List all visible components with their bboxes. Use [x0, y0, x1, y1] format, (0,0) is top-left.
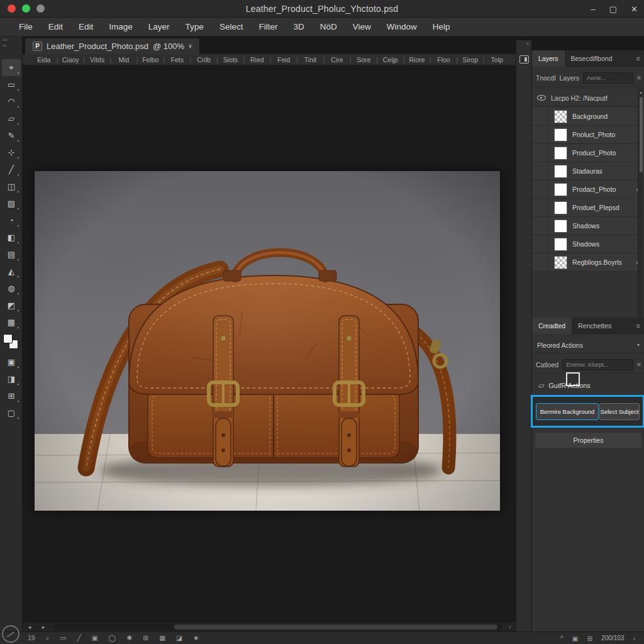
layer-row[interactable]: Shadows	[532, 217, 644, 235]
menu-nod[interactable]: NöD	[320, 22, 337, 31]
layer-row[interactable]: Background	[532, 108, 644, 126]
layers-scroll-thumb[interactable]	[640, 97, 643, 172]
layer-row[interactable]: Product_Photo	[532, 144, 644, 162]
shape-tool-icon[interactable]: ◩	[2, 297, 21, 314]
status-icon[interactable]: ⊞	[143, 634, 148, 642]
canvas-pasteboard[interactable]	[23, 65, 516, 621]
panel-menu-icon[interactable]: ≡	[636, 55, 644, 62]
eye-toggle[interactable]	[532, 126, 548, 143]
status-next-icon[interactable]: ›	[633, 635, 636, 642]
layer-thumbnail[interactable]	[554, 256, 567, 269]
marquee-tool-icon[interactable]: ▭	[2, 76, 21, 93]
option-item[interactable]: Siots	[219, 56, 242, 64]
collapsed-panel-icon[interactable]	[519, 55, 529, 64]
select-subject-button[interactable]: Select Subject	[599, 403, 640, 420]
actions-filter-input[interactable]: Enimor, Klurpt...	[562, 359, 633, 370]
option-item[interactable]: Felbo	[140, 56, 162, 64]
layer-thumbnail[interactable]	[554, 201, 567, 214]
tab-renchettes[interactable]: Renchettes	[572, 318, 618, 334]
status-icon[interactable]: ⌕	[46, 634, 50, 642]
layer-row[interactable]: Prodact_Photo›	[532, 180, 644, 199]
panel-menu-icon[interactable]: ≡	[636, 322, 644, 330]
menu-window[interactable]: Window	[387, 22, 417, 31]
horizontal-scrollbar[interactable]: ◂ ▸ ›	[23, 621, 516, 631]
eye-toggle[interactable]	[532, 162, 548, 180]
color-swatches[interactable]	[2, 333, 21, 352]
option-item[interactable]: Sirop	[459, 56, 482, 64]
status-icon[interactable]: ✱	[127, 634, 133, 642]
scroll-end-icon[interactable]: ›	[504, 623, 516, 630]
camera-icon[interactable]: ▣	[572, 635, 579, 642]
gradient-tool-icon[interactable]: ◧	[2, 229, 21, 246]
option-item[interactable]: Riore	[406, 56, 428, 64]
close-icon[interactable]: ✕	[631, 4, 638, 14]
filter-options-icon[interactable]: ≡	[637, 361, 641, 368]
layer-row[interactable]: Pnoluct_Photo	[532, 126, 644, 144]
eye-toggle[interactable]	[532, 217, 548, 235]
option-item[interactable]: Crilb	[192, 56, 215, 64]
eye-toggle[interactable]	[532, 235, 548, 253]
layer-thumbnail[interactable]	[554, 165, 567, 178]
layer-thumbnail[interactable]	[554, 128, 567, 142]
eye-toggle[interactable]	[532, 180, 548, 198]
eye-toggle[interactable]	[532, 253, 548, 271]
stamp-tool-icon[interactable]: ◫	[2, 178, 21, 195]
menu-3d[interactable]: 3D	[293, 22, 304, 31]
scroll-right-icon[interactable]: ▸	[36, 622, 50, 632]
layer-thumbnail[interactable]	[554, 219, 567, 233]
menu-file[interactable]: File	[19, 22, 33, 31]
option-item[interactable]: Eida	[33, 56, 55, 64]
remove-background-button[interactable]: Bermire Background	[536, 403, 599, 420]
option-item[interactable]: Tinit	[299, 56, 322, 64]
option-item[interactable]: Cire	[326, 56, 348, 64]
status-icon[interactable]: ★	[193, 634, 199, 642]
scrollbar-thumb[interactable]	[174, 625, 497, 630]
type-tool-icon[interactable]: ▦	[2, 314, 21, 331]
menu-view[interactable]: View	[353, 22, 371, 31]
minimize-icon[interactable]: –	[591, 4, 596, 14]
maximize-icon[interactable]: ▢	[609, 4, 617, 14]
layer-thumbnail[interactable]	[554, 110, 567, 123]
menu-help[interactable]: Help	[433, 22, 450, 31]
layer-thumbnail[interactable]	[554, 238, 567, 251]
preset-actions-header[interactable]: Pleored Actions ▾	[532, 337, 644, 353]
foreground-color-swatch[interactable]	[3, 334, 13, 343]
tab-channels[interactable]: Besecdiflbond	[565, 50, 619, 67]
properties-button[interactable]: Properties	[535, 433, 641, 448]
mask-mode-icon[interactable]: ◨	[2, 370, 21, 387]
collapse-icon[interactable]: ^	[560, 635, 564, 642]
section-caret-icon[interactable]: ▾	[637, 342, 640, 348]
status-icon[interactable]: ▣	[92, 634, 98, 642]
scroll-up-icon[interactable]: ▲	[638, 89, 643, 96]
option-item[interactable]: Mid	[113, 56, 135, 64]
tab-overflow-icon[interactable]: ˅	[189, 42, 192, 49]
frame-tool-icon[interactable]: ▣	[2, 353, 21, 370]
edit-toolbar-icon[interactable]: ▢	[2, 404, 21, 421]
layer-thumbnail[interactable]	[554, 147, 567, 160]
layer-thumbnail[interactable]	[554, 183, 567, 196]
tab-layers[interactable]: Layers	[532, 50, 565, 67]
status-icon[interactable]: 19	[28, 634, 35, 642]
document-tab[interactable]: P Leather_Product_Photo.psd @ 100% ▾	[25, 38, 199, 54]
brush-tool-icon[interactable]: ▨	[2, 195, 21, 212]
eye-toggle[interactable]	[532, 108, 548, 125]
option-item[interactable]: Floo	[433, 56, 455, 64]
status-icon[interactable]: ▭	[60, 634, 67, 642]
status-icon[interactable]: ◯	[109, 634, 116, 642]
option-item[interactable]: Ried	[246, 56, 269, 64]
dodge-tool-icon[interactable]: ◭	[2, 263, 21, 280]
filter-options-icon[interactable]: ≡	[637, 74, 641, 81]
tab-created[interactable]: Creadted	[532, 318, 572, 334]
layer-row[interactable]: Stadauras	[532, 162, 644, 180]
menu-type[interactable]: Type	[186, 22, 204, 31]
screen-mode-icon[interactable]: ⊞	[2, 387, 21, 404]
smudge-tool-icon[interactable]: ▤	[2, 246, 21, 263]
option-item[interactable]: Tolp	[486, 56, 508, 64]
eye-toggle[interactable]	[532, 199, 548, 216]
quick-actions-row[interactable]: ▱ GuifR Actions	[532, 377, 644, 394]
menu-image[interactable]: Image	[109, 22, 133, 31]
eyedropper-tool-icon[interactable]: ⊹	[2, 144, 21, 161]
blur-tool-icon[interactable]: ◍	[2, 280, 21, 297]
status-icon[interactable]: ▦	[159, 634, 165, 642]
pen-tool-icon[interactable]: ✎	[2, 127, 21, 144]
